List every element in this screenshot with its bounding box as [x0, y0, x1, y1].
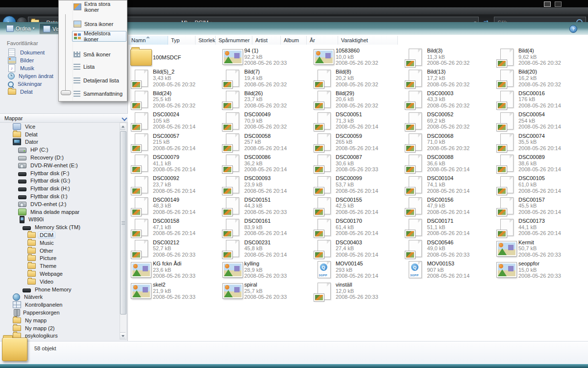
menu-item-stora-ikoner[interactable]: Stora ikoner — [74, 19, 125, 29]
tree-item-flyttbar-disk-i[interactable]: Flyttbar disk (I:) — [0, 192, 120, 200]
file-tile-dsc00099[interactable]: DSC0009953,7 kB2008-05-26 20:14 — [312, 174, 404, 195]
tree-item-memory-stick-tm[interactable]: Memory Stick (TM) — [0, 223, 120, 231]
tree-item-hp-c[interactable]: HP (C:) — [0, 146, 120, 154]
tree-item-dator[interactable]: Dator — [0, 138, 120, 146]
window-icon[interactable] — [544, 1, 551, 7]
column-header-album[interactable]: Album — [281, 36, 307, 45]
column-header-typ[interactable]: Typ — [168, 36, 196, 45]
file-tile-bild-5-2[interactable]: Bild(5)_23,43 kB2008-05-26 20:32 — [129, 68, 221, 89]
file-tile-dsc00171[interactable]: DSC0017151,1 kB2008-05-26 20:14 — [404, 217, 495, 238]
file-tile-dsc00092[interactable]: DSC0009223,7 kB2008-05-26 20:14 — [129, 174, 221, 195]
tree-item-picture[interactable]: Picture — [0, 255, 120, 263]
file-tile-dsc00074[interactable]: DSC0007435,5 kB2008-05-26 20:14 — [495, 132, 587, 153]
tree-item-n-tverk[interactable]: Nätverk — [0, 293, 120, 301]
file-tile-bild-26[interactable]: Bild(26)23,7 kB2008-05-26 20:32 — [221, 89, 313, 110]
file-tile-dsc00054[interactable]: DSC00054254 kB2008-05-26 20:14 — [495, 110, 587, 131]
file-tile-vinst-ll[interactable]: vinställ12,0 kB2008-05-26 20:33 — [312, 281, 404, 302]
file-tile-dsc00093[interactable]: DSC0009323,9 kB2008-05-26 20:14 — [221, 174, 313, 195]
menu-item-medelstora-ikoner[interactable]: Medelstora ikoner — [72, 31, 126, 42]
file-tile-kermit[interactable]: Kermit50,7 kB2008-05-26 20:33 — [495, 238, 587, 260]
file-tile-bild-24[interactable]: Bild(24)25,5 kB2008-05-26 20:32 — [129, 89, 221, 110]
file-tile-dsc00052[interactable]: DSC0005269,2 kB2008-05-26 20:32 — [404, 110, 495, 131]
file-tile-bild-7[interactable]: Bild(7)19,4 kB2008-05-26 20:32 — [221, 68, 313, 89]
file-tile-dsc00155[interactable]: DSC0015542,5 kB2008-05-26 20:14 — [312, 196, 404, 217]
file-tile-bild-8[interactable]: Bild(8)20,2 kB2008-05-26 20:32 — [312, 68, 404, 89]
file-tile-bild-13[interactable]: Bild(13)17,2 kB2008-05-26 20:32 — [404, 68, 495, 89]
tree-item-vice[interactable]: Vice — [0, 123, 120, 131]
file-tile-dsc00068[interactable]: DSC0006871,0 kB2008-05-26 20:32 — [404, 132, 495, 153]
file-tile-dsc00173[interactable]: DSC0017344,1 kB2008-05-26 20:14 — [495, 217, 587, 238]
file-tile-seoppfor[interactable]: seoppfor15,0 kB2008-05-26 20:33 — [495, 260, 587, 281]
file-tile-dsc00086[interactable]: DSC0008636,2 kB2008-05-26 20:14 — [221, 153, 313, 174]
tree-scrollbar[interactable] — [120, 123, 127, 340]
column-header-namn[interactable]: Namn — [128, 36, 168, 45]
menu-item-extra-stora-ikoner[interactable]: Extra stora ikoner — [74, 2, 125, 12]
file-tile-spiral[interactable]: spiral25,7 kB2008-05-26 20:33 — [221, 281, 313, 302]
file-tile-dsc00058[interactable]: DSC00058257 kB2008-05-26 20:14 — [221, 132, 313, 153]
file-tile-dsc00049[interactable]: DSC0004970,9 kB2008-05-26 20:32 — [221, 110, 313, 131]
file-tile-dsc00170[interactable]: DSC0017061,4 kB2008-05-26 20:14 — [312, 217, 404, 238]
tree-item-dcim[interactable]: DCIM — [0, 231, 120, 239]
views-slider-handle[interactable] — [61, 90, 71, 95]
file-tile-dsc00161[interactable]: DSC0016183,9 kB2008-05-26 20:14 — [221, 217, 313, 238]
tree-item-phone-memory[interactable]: Phone Memory — [0, 286, 120, 293]
file-tile-bild-4[interactable]: Bild(4)9,62 kB2008-05-26 20:32 — [495, 47, 587, 68]
tree-item-delat[interactable]: Delat — [0, 131, 120, 138]
file-tile-dsc00157[interactable]: DSC0015745,5 kB2008-05-26 20:14 — [495, 196, 587, 217]
file-tile-bild-20[interactable]: Bild(20)16,2 kB2008-05-26 20:32 — [495, 68, 587, 89]
file-tile-dsc00151[interactable]: DSC0015144,3 kB2008-05-26 20:33 — [221, 196, 313, 217]
file-tile-kg-fckn-di[interactable]: KG fckn Ådi23,6 kB2008-05-26 20:33 — [129, 260, 221, 281]
views-slider-track[interactable] — [65, 14, 66, 94]
column-header-sp-rnummer[interactable]: Spårnummer — [216, 36, 252, 45]
menu-item-sammanfattning[interactable]: Sammanfattning — [74, 89, 125, 99]
file-tile-dsc00089[interactable]: DSC0008938,6 kB2008-05-26 20:14 — [495, 153, 587, 174]
column-header-storlek[interactable]: Storlek — [196, 36, 216, 45]
file-tile-dsc00156[interactable]: DSC0015647,9 kB2008-05-26 20:14 — [404, 196, 495, 217]
organize-button[interactable]: Ordna ▾ — [3, 23, 38, 33]
help-button[interactable]: ? — [569, 25, 577, 33]
column-header-varaktighet[interactable]: Varaktighet — [338, 36, 398, 45]
window-icon-2[interactable] — [555, 1, 562, 7]
tree-item-flyttbar-disk-h[interactable]: Flyttbar disk (H:) — [0, 184, 120, 192]
file-tile-dsc00231[interactable]: DSC0023145,8 kB2008-05-26 20:14 — [221, 238, 313, 260]
tree-item-ny-mapp-2[interactable]: Ny mapp (2) — [0, 324, 120, 332]
menu-item-sm-ikoner[interactable]: Små ikoner — [74, 50, 125, 59]
column-header-r[interactable]: År — [307, 36, 338, 45]
scroll-down-button[interactable] — [120, 332, 125, 339]
file-tile-mov00145[interactable]: Q3GPPMOV00145293 kB2008-05-26 20:14 — [312, 260, 404, 281]
file-tile-dsc00051[interactable]: DSC0005171,3 kB2008-05-26 20:14 — [312, 110, 404, 131]
file-tile-dsc00087[interactable]: DSC0008730,6 kB2008-05-26 20:33 — [312, 153, 404, 174]
tree-item-ny-mapp[interactable]: Ny mapp — [0, 316, 120, 324]
menu-item-detaljerad-lista[interactable]: Detaljerad lista — [74, 76, 125, 85]
tree-item-webpage[interactable]: Webpage — [0, 270, 120, 278]
file-tile-dsc00088[interactable]: DSC0008836,6 kB2008-05-26 20:14 — [404, 153, 495, 174]
tree-item-other[interactable]: Other — [0, 247, 120, 255]
file-tile-dsc00057[interactable]: DSC00057215 kB2008-05-26 20:14 — [129, 132, 221, 153]
tree-item-w890i[interactable]: W890i — [0, 216, 120, 224]
column-header-artist[interactable]: Artist — [252, 36, 281, 45]
file-tile-94-1[interactable]: 94 (1)92,2 kB2008-05-26 20:33 — [221, 47, 313, 68]
file-tile-dsc00016[interactable]: DSC00016176 kB2008-05-26 20:14 — [495, 89, 587, 110]
file-tile-dsc00212[interactable]: DSC0021252,7 kB2008-05-26 20:33 — [129, 238, 221, 260]
tree-item-flyttbar-disk-g[interactable]: Flyttbar disk (G:) — [0, 177, 120, 185]
tree-item-dvd-rw-enhet-e[interactable]: DVD-RW-enhet (E:) — [0, 161, 120, 169]
scroll-up-button[interactable] — [120, 123, 125, 130]
file-tile-dsc00059[interactable]: DSC00059265 kB2008-05-26 20:14 — [312, 132, 404, 153]
file-tile-dsc00158[interactable]: DSC0015847,1 kB2008-05-26 20:14 — [129, 217, 221, 238]
tree-item-mina-delade-mappar[interactable]: Mina delade mappar — [0, 208, 120, 216]
tree-item-dvd-enhet-j[interactable]: DVD-enhet (J:) — [0, 200, 120, 208]
file-tile-100msdcf[interactable]: 100MSDCF — [129, 47, 221, 68]
tree-item-music[interactable]: Music — [0, 239, 120, 247]
file-tile-dsc00003[interactable]: DSC0000343,3 kB2008-05-26 20:32 — [404, 89, 495, 110]
tree-item-theme[interactable]: Theme — [0, 262, 120, 270]
chevron-down-icon[interactable] — [122, 115, 127, 121]
file-tile-dsc00546[interactable]: DSC0054649,0 kB2008-05-26 20:33 — [404, 238, 495, 260]
tree-item-video[interactable]: Video — [0, 278, 120, 286]
file-tile-dsc00104[interactable]: DSC0010474,1 kB2008-05-26 20:14 — [404, 174, 495, 195]
file-tile-dsc00149[interactable]: DSC0014948,3 kB2008-05-26 20:14 — [129, 196, 221, 217]
scrollbar-thumb[interactable] — [120, 131, 126, 315]
file-tile-skel2[interactable]: skel221,9 kB2008-05-26 20:33 — [129, 281, 221, 302]
file-tile-dsc00105[interactable]: DSC0010561,0 kB2008-05-26 20:14 — [495, 174, 587, 195]
file-tile-10583860[interactable]: 1058386010,0 kB2008-05-26 20:32 — [312, 47, 404, 68]
menu-item-lista[interactable]: Lista — [74, 62, 125, 72]
